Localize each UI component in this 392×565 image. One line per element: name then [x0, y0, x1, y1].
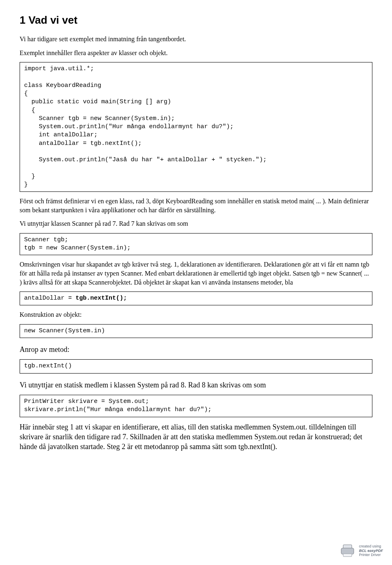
printer-icon [339, 544, 356, 558]
paragraph-4: Vi utnyttjar klassen Scanner på rad 7. R… [20, 219, 372, 228]
footer-watermark: created using BCL easyPDF Printer Driver [339, 544, 383, 558]
paragraph-5: Omskrivningen visar hur skapandet av tgb… [20, 260, 372, 287]
code-block-5: tgb.nextInt() [20, 359, 372, 373]
code3-bold: tgb.nextInt(); [76, 295, 127, 302]
footer-line1: created using [359, 544, 383, 548]
paragraph-9: Här innebär steg 1 att vi skapar en iden… [20, 422, 372, 452]
code-block-1: import java.util.*; class KeyboardReadin… [20, 62, 372, 192]
intro-paragraph-1: Vi har tidigare sett exemplet med inmatn… [20, 35, 372, 44]
paragraph-3: Först och främst definierar vi en egen k… [20, 197, 372, 214]
paragraph-8: Vi utnyttjar en statisk medlem i klassen… [20, 380, 372, 390]
paragraph-7: Anrop av metod: [20, 345, 372, 354]
code-block-2: Scanner tgb; tgb = new Scanner(System.in… [20, 233, 372, 256]
footer-line2: BCL easyPDF [359, 549, 383, 553]
code-block-4: new Scanner(System.in) [20, 324, 372, 338]
code-block-6: PrintWriter skrivare = System.out; skriv… [20, 395, 372, 417]
code-block-3: antalDollar = tgb.nextInt(); [20, 291, 372, 305]
paragraph-6: Konstruktion av objekt: [20, 310, 372, 319]
footer-text: created using BCL easyPDF Printer Driver [359, 544, 383, 557]
intro-paragraph-2: Exemplet innehåller flera aspekter av kl… [20, 49, 372, 58]
code3-pre: antalDollar = [24, 295, 76, 302]
footer-line3: Printer Driver [359, 553, 383, 557]
heading-1: 1 Vad vi vet [20, 13, 372, 27]
